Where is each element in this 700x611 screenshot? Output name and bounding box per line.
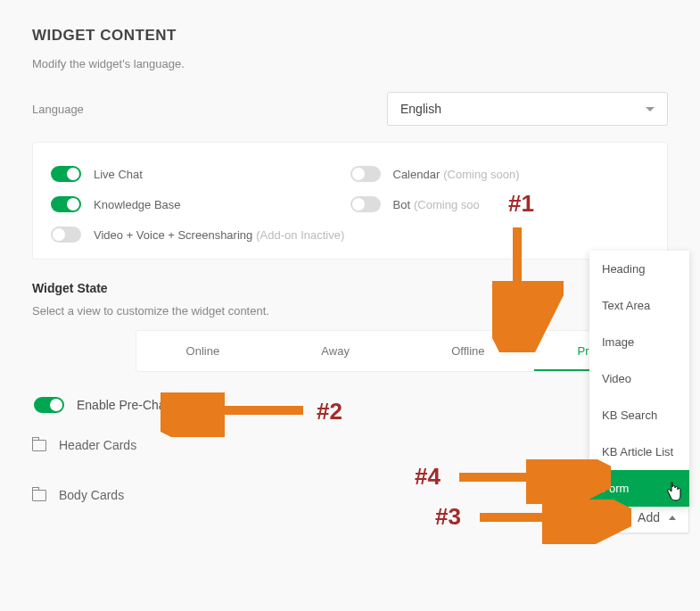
- feature-left-2-toggle[interactable]: [51, 227, 81, 243]
- widget-state-sub: Select a view to customize the widget co…: [32, 304, 668, 318]
- menu-item-image[interactable]: Image: [589, 324, 689, 360]
- enable-prechat-toggle[interactable]: [34, 397, 64, 413]
- svg-text:#3: #3: [435, 503, 461, 530]
- feature-right-0-hint: (Coming soon): [443, 168, 519, 181]
- feature-left-2: Video + Voice + Screensharing (Add-on In…: [51, 219, 350, 250]
- feature-left-1: Knowledge Base: [51, 189, 350, 219]
- page-subtitle: Modify the widget's language.: [32, 57, 668, 70]
- menu-item-kb-article-list[interactable]: KB Article List: [589, 433, 689, 470]
- plus-icon: +: [622, 510, 630, 524]
- enable-prechat-label: Enable Pre-Chat: [77, 398, 169, 412]
- chevron-up-icon: [669, 516, 676, 520]
- menu-item-heading[interactable]: Heading: [589, 251, 689, 287]
- page-title: WIDGET CONTENT: [32, 27, 668, 45]
- body-cards-row[interactable]: Body Cards: [32, 488, 668, 502]
- feature-left-0-toggle[interactable]: [51, 166, 81, 182]
- language-label: Language: [32, 103, 387, 116]
- widget-state-title: Widget State: [32, 281, 668, 295]
- feature-right-1-toggle[interactable]: [350, 196, 381, 212]
- folder-icon: [32, 440, 46, 451]
- feature-right-0-toggle[interactable]: [350, 166, 381, 182]
- feature-right-1: Bot (Coming soo: [350, 189, 650, 219]
- feature-left-2-hint: (Add-on Inactive): [256, 228, 344, 242]
- feature-right-1-hint: (Coming soo: [414, 198, 480, 211]
- folder-icon: [32, 490, 46, 501]
- widget-state-tabs: OnlineAwayOfflinePre-Chat: [136, 330, 668, 372]
- header-cards-label: Header Cards: [59, 438, 136, 452]
- menu-item-text-area[interactable]: Text Area: [589, 287, 689, 324]
- feature-right-0: Calendar (Coming soon): [350, 159, 650, 189]
- language-select[interactable]: English: [387, 92, 668, 126]
- menu-item-kb-search[interactable]: KB Search: [589, 397, 689, 433]
- feature-left-1-toggle[interactable]: [51, 196, 81, 212]
- add-button-label: Add: [638, 510, 660, 524]
- body-cards-label: Body Cards: [59, 488, 124, 502]
- feature-left-1-label: Knowledge Base: [94, 198, 181, 211]
- cursor-pointer-icon: [666, 482, 684, 501]
- tab-away[interactable]: Away: [269, 331, 402, 371]
- feature-left-2-label: Video + Voice + Screensharing: [94, 228, 252, 242]
- add-menu: HeadingText AreaImageVideoKB SearchKB Ar…: [589, 251, 689, 507]
- features-card: Live ChatKnowledge BaseVideo + Voice + S…: [32, 142, 668, 260]
- feature-left-0-label: Live Chat: [94, 168, 143, 181]
- language-value: English: [400, 102, 441, 116]
- menu-item-video[interactable]: Video: [589, 360, 689, 397]
- feature-right-1-label: Bot: [393, 198, 411, 211]
- tab-offline[interactable]: Offline: [402, 331, 535, 371]
- tab-online[interactable]: Online: [136, 331, 269, 371]
- feature-left-0: Live Chat: [51, 159, 350, 189]
- header-cards-row[interactable]: Header Cards: [32, 438, 668, 452]
- chevron-down-icon: [646, 107, 655, 111]
- feature-right-0-label: Calendar: [393, 168, 441, 181]
